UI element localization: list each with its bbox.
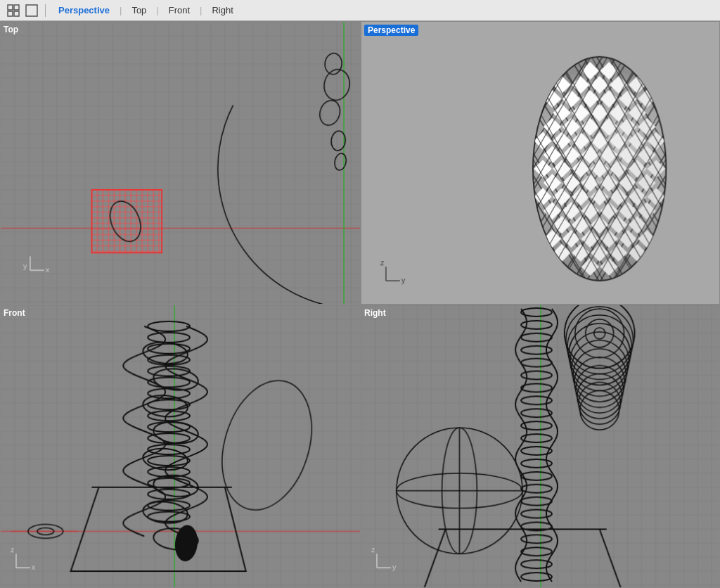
separator [45, 4, 46, 17]
viewport-front[interactable]: Front [0, 305, 361, 588]
single-view-icon[interactable] [24, 3, 39, 18]
top-view-canvas [1, 22, 360, 304]
svg-rect-1 [14, 5, 19, 10]
grid-layout-icon[interactable] [6, 3, 21, 18]
viewport-front-label: Front [4, 308, 25, 318]
tab-top[interactable]: Top [124, 4, 153, 17]
svg-rect-3 [14, 11, 19, 16]
viewport-right[interactable]: Right [361, 305, 720, 588]
viewport-right-label: Right [364, 308, 386, 318]
tab-right[interactable]: Right [205, 4, 240, 17]
viewport-perspective[interactable]: Perspective [361, 21, 720, 305]
svg-rect-2 [8, 11, 13, 16]
viewport-grid: Top Perspective Front Right [0, 21, 720, 588]
svg-rect-4 [26, 5, 37, 16]
tab-front[interactable]: Front [162, 4, 197, 17]
viewport-top[interactable]: Top [0, 21, 361, 305]
front-view-canvas [1, 305, 360, 587]
viewport-top-label: Top [4, 25, 18, 34]
tab-perspective[interactable]: Perspective [51, 4, 117, 17]
perspective-view-canvas [361, 22, 719, 304]
viewport-perspective-label: Perspective [364, 25, 418, 36]
svg-rect-0 [8, 5, 13, 10]
right-view-canvas [361, 305, 719, 587]
toolbar: Perspective | Top | Front | Right [0, 0, 720, 21]
